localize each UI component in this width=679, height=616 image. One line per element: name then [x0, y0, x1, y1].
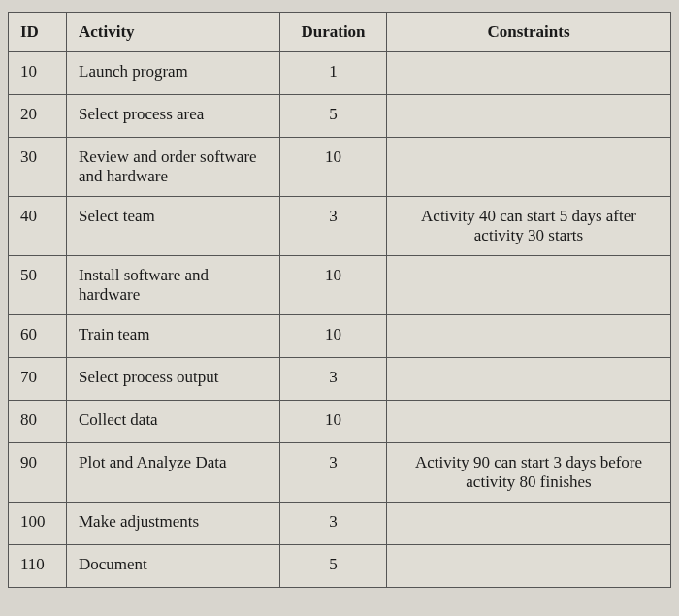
cell-duration: 1 — [280, 52, 387, 95]
cell-activity: Launch program — [67, 52, 280, 95]
cell-id: 110 — [9, 545, 67, 588]
table-row: 110 Document 5 — [9, 545, 671, 588]
cell-constraints — [387, 95, 671, 138]
cell-duration: 5 — [280, 95, 387, 138]
cell-id: 100 — [9, 503, 67, 545]
table-row: 10 Launch program 1 — [9, 52, 671, 95]
table-row: 90 Plot and Analyze Data 3 Activity 90 c… — [9, 443, 671, 503]
header-constraints: Constraints — [387, 13, 671, 52]
cell-id: 20 — [9, 95, 67, 138]
table-row: 20 Select process area 5 — [9, 95, 671, 138]
cell-activity: Select team — [67, 197, 280, 256]
cell-id: 10 — [9, 52, 67, 95]
cell-activity: Plot and Analyze Data — [67, 443, 280, 503]
cell-constraints — [387, 545, 671, 588]
cell-duration: 10 — [280, 401, 387, 443]
cell-id: 90 — [9, 443, 67, 503]
cell-constraints — [387, 52, 671, 95]
cell-id: 30 — [9, 138, 67, 197]
activity-table: ID Activity Duration Constraints 10 Laun… — [8, 12, 671, 588]
cell-duration: 3 — [280, 358, 387, 401]
cell-constraints — [387, 256, 671, 315]
cell-constraints — [387, 401, 671, 443]
cell-id: 60 — [9, 315, 67, 358]
table-row: 70 Select process output 3 — [9, 358, 671, 401]
table-row: 40 Select team 3 Activity 40 can start 5… — [9, 197, 671, 256]
table-row: 80 Collect data 10 — [9, 401, 671, 443]
table-row: 30 Review and order software and hardwar… — [9, 138, 671, 197]
cell-duration: 3 — [280, 503, 387, 545]
table-row: 100 Make adjustments 3 — [9, 503, 671, 545]
cell-constraints — [387, 315, 671, 358]
cell-duration: 10 — [280, 138, 387, 197]
header-row: ID Activity Duration Constraints — [9, 13, 671, 52]
table-row: 60 Train team 10 — [9, 315, 671, 358]
cell-id: 50 — [9, 256, 67, 315]
cell-constraints — [387, 358, 671, 401]
cell-constraints — [387, 138, 671, 197]
cell-activity: Install software and hardware — [67, 256, 280, 315]
cell-activity: Collect data — [67, 401, 280, 443]
cell-activity: Review and order software and hardware — [67, 138, 280, 197]
cell-id: 80 — [9, 401, 67, 443]
header-activity: Activity — [67, 13, 280, 52]
cell-activity: Select process area — [67, 95, 280, 138]
cell-constraints — [387, 503, 671, 545]
cell-activity: Train team — [67, 315, 280, 358]
cell-duration: 5 — [280, 545, 387, 588]
cell-activity: Document — [67, 545, 280, 588]
cell-duration: 3 — [280, 443, 387, 503]
cell-duration: 10 — [280, 256, 387, 315]
cell-id: 40 — [9, 197, 67, 256]
cell-activity: Make adjustments — [67, 503, 280, 545]
cell-duration: 3 — [280, 197, 387, 256]
cell-activity: Select process output — [67, 358, 280, 401]
header-duration: Duration — [280, 13, 387, 52]
header-id: ID — [9, 13, 67, 52]
cell-constraints: Activity 90 can start 3 days before acti… — [387, 443, 671, 503]
cell-constraints: Activity 40 can start 5 days after activ… — [387, 197, 671, 256]
cell-duration: 10 — [280, 315, 387, 358]
table-row: 50 Install software and hardware 10 — [9, 256, 671, 315]
cell-id: 70 — [9, 358, 67, 401]
